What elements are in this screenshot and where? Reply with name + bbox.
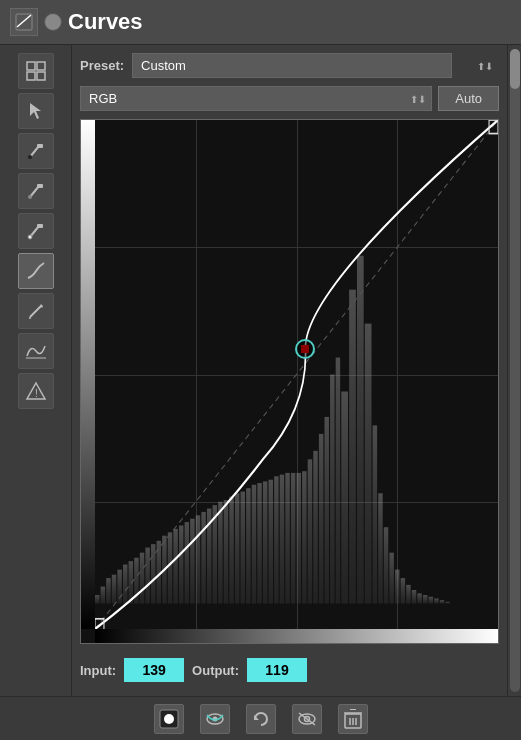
scrollbar-thumb[interactable] bbox=[510, 49, 520, 89]
warning-btn[interactable]: ! bbox=[18, 373, 54, 409]
pencil-icon bbox=[27, 302, 45, 320]
svg-point-12 bbox=[28, 195, 32, 199]
svg-marker-7 bbox=[30, 103, 41, 119]
delete-button[interactable] bbox=[338, 704, 368, 734]
svg-point-15 bbox=[28, 235, 32, 239]
curve-svg bbox=[95, 120, 498, 629]
eyedropper-white-icon bbox=[27, 222, 45, 240]
curves-graph[interactable] bbox=[80, 119, 499, 644]
eyedropper-gray-btn[interactable] bbox=[18, 173, 54, 209]
input-value-field[interactable] bbox=[124, 658, 184, 682]
auto-button[interactable]: Auto bbox=[438, 86, 499, 111]
svg-rect-16 bbox=[37, 224, 43, 228]
eyedropper-black-btn[interactable] bbox=[18, 133, 54, 169]
curves-adjustment-icon bbox=[15, 13, 33, 31]
channel-select[interactable]: RGB Red Green Blue bbox=[80, 86, 432, 111]
svg-rect-6 bbox=[37, 72, 45, 80]
channels-tool-btn[interactable] bbox=[18, 53, 54, 89]
panel-header: Curves bbox=[0, 0, 521, 45]
svg-point-89 bbox=[164, 714, 174, 724]
panel-title: Curves bbox=[68, 9, 143, 35]
eyedropper-black-icon bbox=[27, 142, 45, 160]
gradient-bar-vertical bbox=[81, 120, 95, 629]
svg-text:!: ! bbox=[35, 388, 38, 399]
pointer-icon bbox=[27, 102, 45, 120]
curve-tool-icon bbox=[25, 260, 47, 282]
channel-select-wrapper: RGB Red Green Blue ⬆⬇ bbox=[80, 86, 432, 111]
svg-rect-3 bbox=[27, 62, 35, 70]
control-point-inner bbox=[301, 345, 309, 353]
warning-icon: ! bbox=[25, 381, 47, 401]
smooth-tool-btn[interactable] bbox=[18, 333, 54, 369]
io-row: Input: Output: bbox=[80, 652, 499, 688]
curve-control-point[interactable] bbox=[295, 339, 315, 359]
output-value-field[interactable] bbox=[247, 658, 307, 682]
left-toolbar: ! bbox=[0, 45, 72, 696]
preset-row: Preset: Custom ⬆⬇ bbox=[80, 53, 499, 78]
eye-off-button[interactable] bbox=[292, 704, 322, 734]
pointer-tool-btn[interactable] bbox=[18, 93, 54, 129]
input-label: Input: bbox=[80, 663, 116, 678]
svg-line-85 bbox=[95, 120, 498, 629]
layer-mask-icon bbox=[44, 13, 62, 31]
right-scrollbar[interactable] bbox=[507, 45, 521, 696]
grid-area bbox=[95, 120, 498, 629]
channels-icon bbox=[26, 61, 46, 81]
preset-select-wrapper: Custom ⬆⬇ bbox=[132, 53, 499, 78]
mask-button[interactable] bbox=[154, 704, 184, 734]
preset-label: Preset: bbox=[80, 58, 124, 73]
right-panel: Preset: Custom ⬆⬇ RGB Red Green Blue bbox=[72, 45, 507, 696]
curve-tool-btn[interactable] bbox=[18, 253, 54, 289]
reset-button[interactable] bbox=[246, 704, 276, 734]
svg-rect-4 bbox=[37, 62, 45, 70]
reset-icon bbox=[251, 709, 271, 729]
eyedropper-gray-icon bbox=[27, 182, 45, 200]
smooth-icon bbox=[25, 342, 47, 360]
preset-select-arrow: ⬆⬇ bbox=[477, 60, 493, 71]
delete-icon bbox=[344, 709, 362, 729]
scrollbar-track bbox=[510, 49, 520, 692]
preset-select[interactable]: Custom bbox=[132, 53, 452, 78]
eye-curves-icon bbox=[205, 711, 225, 727]
adjustment-icon-box bbox=[10, 8, 38, 36]
eyedropper-white-btn[interactable] bbox=[18, 213, 54, 249]
output-label: Output: bbox=[192, 663, 239, 678]
svg-rect-5 bbox=[27, 72, 35, 80]
eye-off-icon bbox=[297, 711, 317, 727]
properties-panel: Curves bbox=[0, 0, 521, 740]
svg-point-9 bbox=[28, 155, 32, 159]
svg-rect-10 bbox=[37, 144, 43, 148]
bottom-toolbar bbox=[0, 696, 521, 740]
pencil-tool-btn[interactable] bbox=[18, 293, 54, 329]
channel-row: RGB Red Green Blue ⬆⬇ Auto bbox=[80, 86, 499, 111]
svg-line-17 bbox=[30, 306, 41, 317]
svg-rect-13 bbox=[37, 184, 43, 188]
mask-icon bbox=[159, 709, 179, 729]
gradient-bar-horizontal bbox=[95, 629, 498, 643]
eye-curves-button[interactable] bbox=[200, 704, 230, 734]
panel-title-bar: Curves bbox=[10, 8, 143, 36]
